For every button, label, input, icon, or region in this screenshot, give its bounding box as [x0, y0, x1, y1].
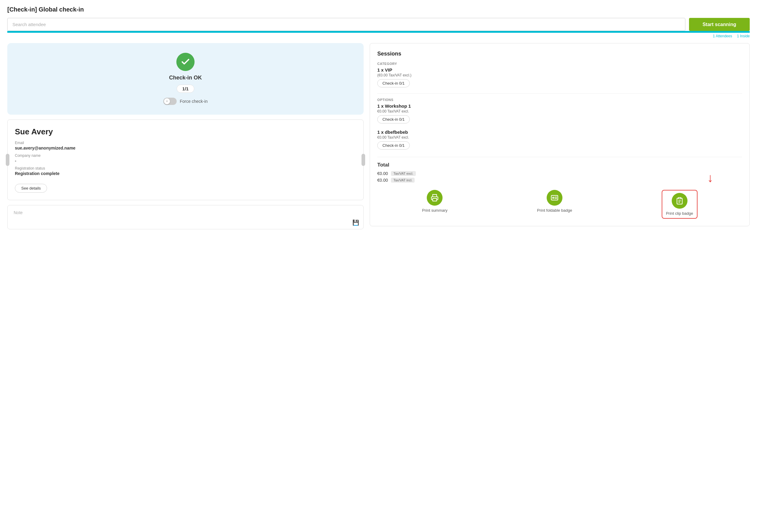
session-name-text-vip: VIP — [385, 67, 392, 72]
session-item-dbefbebeb: 1 x dbefbebeb €0.00 Tax/VAT excl. Check-… — [377, 129, 742, 150]
checkin-btn-vip[interactable]: Check-in 0/1 — [377, 79, 410, 87]
print-clip-badge-button[interactable]: Print clip badge — [662, 190, 698, 219]
company-value: - — [15, 158, 356, 163]
attendees-stat: 1 Attendees — [713, 34, 732, 38]
session-name-text-dbefbebeb: dbefbebeb — [385, 129, 408, 135]
session-price-workshop1: €0.00 Tax/VAT excl. — [377, 109, 742, 113]
total-amount-incl: €0.00 — [377, 178, 388, 182]
total-section: Total €0.00 Tax/VAT excl. €0.00 Tax/VAT … — [377, 157, 742, 182]
checkin-count-badge: 1/1 — [177, 85, 195, 93]
company-label: Company name — [15, 154, 356, 158]
progress-bar-fill — [7, 31, 750, 33]
session-name-text-workshop1: Workshop 1 — [385, 103, 411, 109]
stats-row: 1 Attendees 1 Inside — [7, 34, 750, 38]
svg-rect-0 — [433, 198, 437, 201]
start-scanning-button[interactable]: Start scanning — [689, 18, 750, 31]
inside-stat: 1 Inside — [737, 34, 750, 38]
print-foldable-badge-button[interactable]: Print foldable badge — [537, 190, 572, 212]
app-container: [Check-in] Global check-in Start scannin… — [0, 0, 757, 532]
checkmark-svg — [181, 57, 190, 67]
status-field: Registration status Registration complet… — [15, 166, 356, 176]
session-item-workshop1: 1 x Workshop 1 €0.00 Tax/VAT excl. Check… — [377, 103, 742, 124]
clipboard-icon — [676, 197, 683, 205]
force-checkin-row: Force check-in — [163, 98, 208, 105]
force-checkin-label: Force check-in — [180, 99, 208, 104]
force-checkin-toggle[interactable] — [163, 98, 177, 105]
note-label: Note — [14, 210, 23, 215]
session-name-vip: 1 x VIP — [377, 67, 742, 72]
status-value: Registration complete — [15, 171, 356, 176]
checkin-status-text: Check-in OK — [169, 75, 202, 81]
right-handle — [361, 154, 365, 166]
page-title: [Check-in] Global check-in — [7, 6, 750, 13]
search-input[interactable] — [7, 18, 685, 31]
total-row-excl: €0.00 Tax/VAT excl. — [377, 171, 742, 176]
tax-badge-incl: Tax/VAT incl. — [391, 178, 415, 182]
checkin-status-card: Check-in OK 1/1 Force check-in — [7, 43, 364, 115]
session-name-dbefbebeb: 1 x dbefbebeb — [377, 129, 742, 135]
print-foldable-badge-icon — [547, 190, 562, 206]
tax-badge-excl: Tax/VAT excl. — [391, 171, 415, 176]
right-panel: Sessions CATEGORY 1 x VIP (€0.00 Tax/VAT… — [370, 43, 750, 226]
toggle-knob — [164, 98, 170, 104]
main-content: Check-in OK 1/1 Force check-in Sue Avery… — [7, 43, 750, 229]
save-note-icon[interactable]: 💾 — [352, 219, 359, 226]
svg-rect-1 — [551, 195, 558, 200]
checkin-btn-dbefbebeb[interactable]: Check-in 0/1 — [377, 141, 410, 150]
sessions-title: Sessions — [377, 51, 742, 57]
progress-bar-container — [7, 31, 750, 33]
svg-rect-5 — [678, 197, 681, 199]
top-bar: Start scanning — [7, 18, 750, 31]
action-buttons-section: ↓ Print summary — [377, 190, 742, 219]
total-row-incl: €0.00 Tax/VAT incl. — [377, 178, 742, 182]
category-label: CATEGORY — [377, 62, 742, 66]
red-arrow-indicator: ↓ — [707, 172, 713, 184]
note-card[interactable]: Note 💾 — [7, 205, 364, 229]
print-clip-badge-icon — [672, 193, 687, 209]
email-field: Email sue.avery@anonymized.name — [15, 141, 356, 151]
svg-point-2 — [553, 197, 554, 198]
left-handle — [6, 154, 10, 166]
printer-icon — [431, 194, 439, 202]
company-field: Company name - — [15, 154, 356, 163]
options-label: OPTIONS — [377, 98, 742, 101]
checkin-btn-workshop1[interactable]: Check-in 0/1 — [377, 115, 410, 124]
print-summary-label: Print summary — [422, 208, 448, 212]
print-summary-button[interactable]: Print summary — [422, 190, 448, 212]
session-qty-workshop1: 1 x — [377, 103, 384, 109]
session-qty-vip: 1 x — [377, 67, 384, 72]
left-panel: Check-in OK 1/1 Force check-in Sue Avery… — [7, 43, 364, 229]
checkin-ok-icon — [176, 53, 195, 71]
attendee-card: Sue Avery Email sue.avery@anonymized.nam… — [7, 120, 364, 200]
attendee-name: Sue Avery — [15, 127, 356, 136]
session-price-vip: (€0.00 Tax/VAT excl.) — [377, 73, 742, 77]
total-amount-excl: €0.00 — [377, 171, 388, 176]
id-card-icon — [551, 194, 559, 202]
status-label: Registration status — [15, 166, 356, 170]
print-foldable-badge-label: Print foldable badge — [537, 208, 572, 212]
print-clip-badge-label: Print clip badge — [666, 211, 693, 216]
session-price-dbefbebeb: €0.00 Tax/VAT excl. — [377, 135, 742, 140]
email-value: sue.avery@anonymized.name — [15, 146, 356, 151]
email-label: Email — [15, 141, 356, 145]
print-summary-icon — [427, 190, 442, 206]
session-item-vip: 1 x VIP (€0.00 Tax/VAT excl.) Check-in 0… — [377, 67, 742, 87]
session-name-workshop1: 1 x Workshop 1 — [377, 103, 742, 109]
see-details-button[interactable]: See details — [15, 184, 47, 193]
divider-1 — [377, 94, 742, 94]
session-qty-dbefbebeb: 1 x — [377, 129, 384, 135]
total-title: Total — [377, 162, 742, 168]
